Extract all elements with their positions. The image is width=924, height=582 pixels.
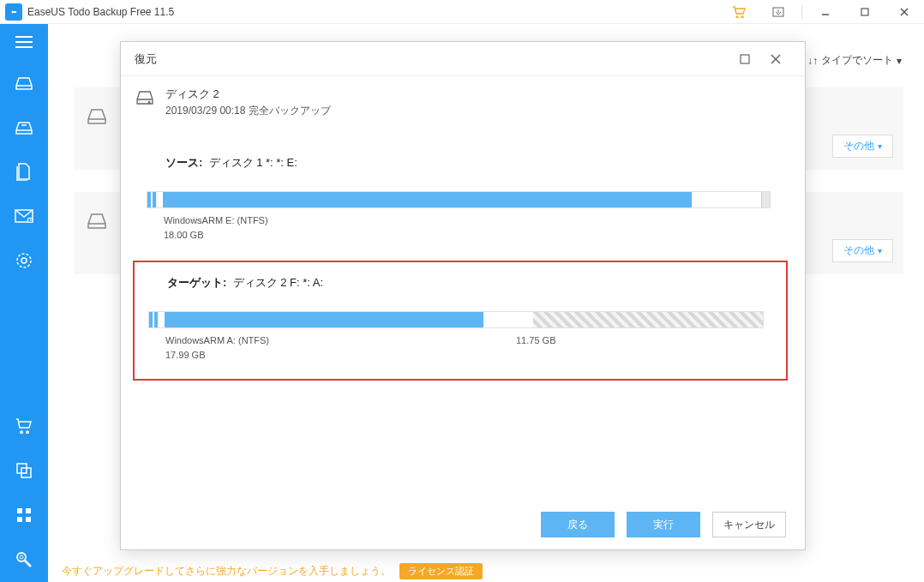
dialog-title: 復元: [135, 51, 157, 67]
close-icon[interactable]: [885, 0, 924, 24]
log-icon[interactable]: [759, 0, 798, 24]
target-bar[interactable]: [148, 311, 764, 328]
source-partition-name: WindowsARM E: (NTFS): [164, 213, 771, 228]
svg-rect-11: [17, 517, 22, 522]
more-button[interactable]: その他▾: [832, 239, 893, 262]
svg-point-5: [17, 254, 31, 267]
target-partition-name: WindowsARM A: (NTFS): [165, 333, 413, 348]
chevron-down-icon: ▾: [897, 55, 902, 67]
promo-text: 今すぐアップグレードしてさらに強力なバージョンを入手しましょう。: [62, 564, 391, 579]
target-label: ターゲット:: [167, 276, 226, 289]
titlebar: EaseUS Todo Backup Free 11.5: [0, 0, 924, 24]
target-partition-size: 17.99 GB: [165, 348, 413, 363]
system-backup-icon[interactable]: [0, 105, 48, 149]
file-backup-icon[interactable]: [0, 149, 48, 194]
settings-icon[interactable]: [0, 537, 48, 582]
source-bar-info: WindowsARM E: (NTFS) 18.00 GB: [164, 213, 771, 242]
source-section: ソース: ディスク 1 *: *: E:: [121, 144, 805, 176]
clone-icon[interactable]: [0, 448, 48, 493]
restore-dialog: 復元 ディスク 2 2019/03/29 00:18 完全バックアップ ソース:…: [120, 41, 806, 550]
app-logo: [5, 3, 22, 21]
source-partition-size: 18.00 GB: [164, 228, 771, 243]
disk-icon: [86, 106, 108, 125]
tools-icon[interactable]: [0, 493, 48, 537]
disk-name: ディスク 2: [165, 87, 331, 102]
chevron-down-icon: ▾: [878, 246, 882, 255]
promo-bar: 今すぐアップグレードしてさらに強力なバージョンを入手しましょう。 ライセンス認証: [48, 560, 924, 582]
svg-rect-15: [741, 55, 749, 63]
sort-arrow-icon: ↓↑: [807, 55, 818, 67]
dialog-body: ディスク 2 2019/03/29 00:18 完全バックアップ ソース: ディ…: [121, 76, 805, 500]
target-bar-info: WindowsARM A: (NTFS) 17.99 GB 11.75 GB: [165, 333, 764, 362]
svg-rect-2: [861, 9, 868, 15]
svg-point-4: [27, 218, 33, 223]
sidebar: [0, 24, 48, 582]
sort-label: タイプでソート: [821, 53, 893, 68]
cart-icon[interactable]: [719, 0, 759, 24]
disk-detail: 2019/03/29 00:18 完全バックアップ: [165, 104, 331, 118]
minimize-icon[interactable]: [806, 0, 845, 24]
shop-icon[interactable]: [0, 404, 48, 448]
chevron-down-icon: ▾: [878, 141, 882, 151]
source-value: ディスク 1 *: *: E:: [209, 156, 297, 169]
dialog-header: 復元: [121, 42, 805, 76]
app-title: EaseUS Todo Backup Free 11.5: [27, 6, 174, 18]
source-label: ソース:: [165, 156, 202, 169]
cancel-button[interactable]: キャンセル: [712, 512, 786, 537]
svg-rect-12: [26, 517, 31, 522]
svg-point-6: [21, 258, 27, 263]
maximize-icon[interactable]: [845, 0, 885, 24]
smart-backup-icon[interactable]: [0, 238, 48, 283]
menu-icon[interactable]: [0, 24, 48, 60]
sort-control[interactable]: ↓↑ タイプでソート ▾: [807, 53, 902, 68]
disk-backup-icon[interactable]: [0, 60, 48, 105]
license-button[interactable]: ライセンス認証: [399, 563, 483, 579]
svg-point-14: [20, 555, 23, 559]
back-button[interactable]: 戻る: [541, 512, 615, 537]
target-value: ディスク 2 F: *: A:: [233, 276, 323, 289]
svg-rect-10: [26, 508, 31, 513]
dialog-maximize-icon[interactable]: [729, 42, 760, 76]
mail-backup-icon[interactable]: [0, 194, 48, 238]
disk-icon: [135, 88, 155, 105]
target-section: ターゲット: ディスク 2 F: *: A:: [135, 262, 786, 296]
dialog-footer: 戻る 実行 キャンセル: [121, 500, 805, 549]
more-button[interactable]: その他▾: [832, 135, 893, 158]
target-unalloc-size: 11.75 GB: [516, 333, 764, 348]
dialog-close-icon[interactable]: [760, 42, 791, 76]
disk-info-row: ディスク 2 2019/03/29 00:18 完全バックアップ: [121, 76, 805, 118]
target-highlight-box: ターゲット: ディスク 2 F: *: A: WindowsARM A: (NT…: [133, 261, 788, 381]
svg-rect-9: [17, 508, 22, 513]
disk-icon: [86, 211, 108, 230]
source-bar: [147, 191, 771, 208]
execute-button[interactable]: 実行: [627, 512, 700, 537]
